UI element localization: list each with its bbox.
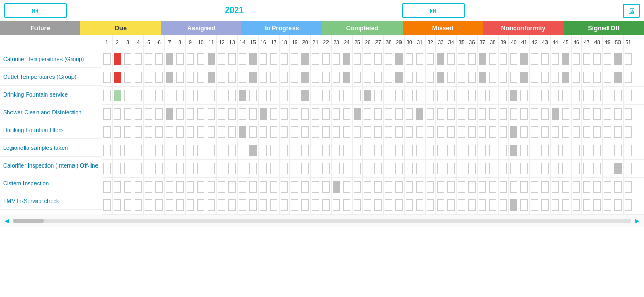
- cell-2-10[interactable]: [196, 87, 206, 104]
- cell-3-19[interactable]: [290, 105, 300, 123]
- cell-1-1[interactable]: [102, 68, 113, 86]
- cell-6-13[interactable]: [227, 160, 238, 177]
- cell-3-17[interactable]: [269, 105, 280, 123]
- cell-1-40[interactable]: [509, 68, 519, 86]
- cell-6-29[interactable]: [394, 160, 405, 177]
- cell-5-36[interactable]: [467, 141, 478, 159]
- cell-8-39[interactable]: [499, 196, 509, 214]
- cell-5-16[interactable]: [259, 141, 269, 159]
- cell-6-48[interactable]: [592, 160, 603, 177]
- cell-1-12[interactable]: [217, 68, 227, 86]
- cell-0-46[interactable]: [572, 50, 582, 68]
- cell-2-40[interactable]: [509, 87, 519, 104]
- cell-6-51[interactable]: [624, 160, 634, 177]
- cell-3-36[interactable]: [467, 105, 478, 123]
- cell-3-41[interactable]: [519, 105, 530, 123]
- cell-7-9[interactable]: [186, 178, 196, 196]
- cell-2-12[interactable]: [217, 87, 227, 104]
- cell-1-10[interactable]: [196, 68, 206, 86]
- cell-4-15[interactable]: [248, 123, 259, 141]
- cell-0-13[interactable]: [227, 50, 238, 68]
- cell-4-6[interactable]: [154, 123, 165, 141]
- cell-6-1[interactable]: [102, 160, 113, 177]
- cell-7-20[interactable]: [300, 178, 311, 196]
- cell-5-37[interactable]: [478, 141, 488, 159]
- cell-8-15[interactable]: [248, 196, 259, 214]
- cell-0-21[interactable]: [311, 50, 321, 68]
- cell-7-48[interactable]: [592, 178, 603, 196]
- cell-4-34[interactable]: [446, 123, 457, 141]
- cell-2-15[interactable]: [248, 87, 259, 104]
- cell-3-27[interactable]: [373, 105, 384, 123]
- cell-6-47[interactable]: [582, 160, 592, 177]
- cell-7-35[interactable]: [457, 178, 467, 196]
- cell-0-47[interactable]: [582, 50, 592, 68]
- cell-0-23[interactable]: [332, 50, 342, 68]
- cell-6-17[interactable]: [269, 160, 280, 177]
- cell-0-34[interactable]: [446, 50, 457, 68]
- cell-2-16[interactable]: [259, 87, 269, 104]
- cell-1-38[interactable]: [488, 68, 499, 86]
- cell-3-22[interactable]: [321, 105, 332, 123]
- cell-7-45[interactable]: [561, 178, 572, 196]
- cell-3-1[interactable]: [102, 105, 113, 123]
- cell-1-16[interactable]: [259, 68, 269, 86]
- cell-0-12[interactable]: [217, 50, 227, 68]
- cell-1-11[interactable]: [206, 68, 217, 86]
- cell-7-8[interactable]: [175, 178, 186, 196]
- cell-2-33[interactable]: [436, 87, 446, 104]
- cell-5-11[interactable]: [206, 141, 217, 159]
- cell-6-5[interactable]: [144, 160, 154, 177]
- cell-5-45[interactable]: [561, 141, 572, 159]
- cell-3-30[interactable]: [405, 105, 415, 123]
- cell-4-37[interactable]: [478, 123, 488, 141]
- cell-7-16[interactable]: [259, 178, 269, 196]
- cell-8-27[interactable]: [373, 196, 384, 214]
- cell-5-33[interactable]: [436, 141, 446, 159]
- cell-7-49[interactable]: [603, 178, 613, 196]
- cell-7-44[interactable]: [551, 178, 561, 196]
- cell-7-27[interactable]: [373, 178, 384, 196]
- cell-4-16[interactable]: [259, 123, 269, 141]
- cell-8-35[interactable]: [457, 196, 467, 214]
- cell-2-18[interactable]: [280, 87, 290, 104]
- cell-7-21[interactable]: [311, 178, 321, 196]
- cell-2-50[interactable]: [613, 87, 624, 104]
- cell-2-27[interactable]: [373, 87, 384, 104]
- next-button[interactable]: ⏭: [402, 3, 465, 18]
- cell-6-22[interactable]: [321, 160, 332, 177]
- cell-1-37[interactable]: [478, 68, 488, 86]
- cell-6-24[interactable]: [342, 160, 353, 177]
- cell-1-36[interactable]: [467, 68, 478, 86]
- cell-5-51[interactable]: [624, 141, 634, 159]
- cell-7-42[interactable]: [530, 178, 540, 196]
- cell-5-47[interactable]: [582, 141, 592, 159]
- cell-3-18[interactable]: [280, 105, 290, 123]
- cell-7-3[interactable]: [123, 178, 133, 196]
- cell-5-7[interactable]: [165, 141, 175, 159]
- cell-0-28[interactable]: [384, 50, 394, 68]
- cell-2-3[interactable]: [123, 87, 133, 104]
- cell-2-7[interactable]: [165, 87, 175, 104]
- cell-4-5[interactable]: [144, 123, 154, 141]
- cell-1-24[interactable]: [342, 68, 353, 86]
- cell-3-28[interactable]: [384, 105, 394, 123]
- cell-5-41[interactable]: [519, 141, 530, 159]
- cell-0-48[interactable]: [592, 50, 603, 68]
- cell-3-11[interactable]: [206, 105, 217, 123]
- cell-1-51[interactable]: [624, 68, 634, 86]
- cell-3-5[interactable]: [144, 105, 154, 123]
- cell-1-34[interactable]: [446, 68, 457, 86]
- cell-6-21[interactable]: [311, 160, 321, 177]
- cell-5-26[interactable]: [363, 141, 373, 159]
- cell-5-39[interactable]: [499, 141, 509, 159]
- cell-0-25[interactable]: [353, 50, 363, 68]
- cell-5-27[interactable]: [373, 141, 384, 159]
- cell-2-22[interactable]: [321, 87, 332, 104]
- cell-6-28[interactable]: [384, 160, 394, 177]
- cell-2-2[interactable]: [113, 87, 123, 104]
- cell-1-28[interactable]: [384, 68, 394, 86]
- cell-8-32[interactable]: [426, 196, 436, 214]
- cell-4-18[interactable]: [280, 123, 290, 141]
- cell-6-39[interactable]: [499, 160, 509, 177]
